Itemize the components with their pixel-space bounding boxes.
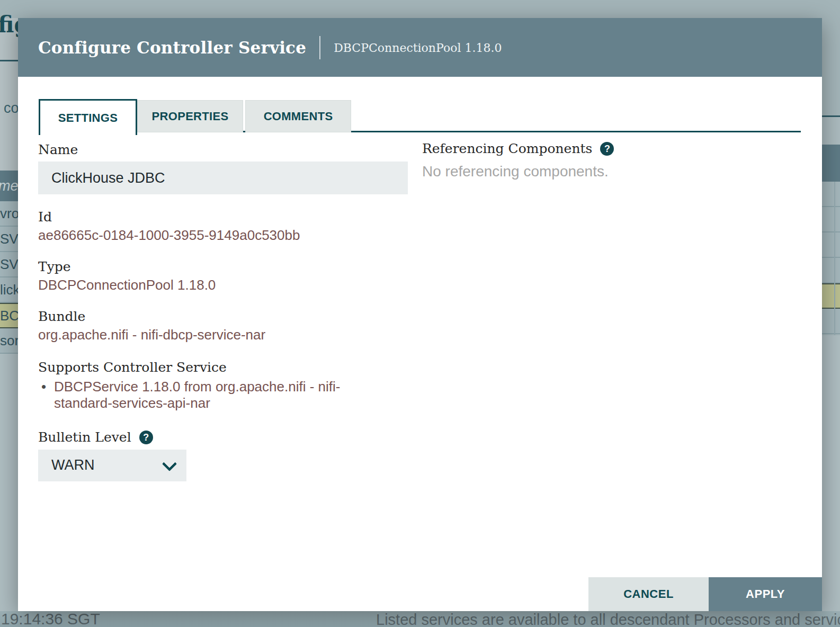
type-label: Type: [38, 259, 408, 275]
table-row: SVF: [0, 227, 18, 252]
background-table-rows: vro SVF SVF lick BCI son: [0, 201, 18, 354]
bundle-label: Bundle: [38, 309, 408, 325]
bundle-value: org.apache.nifi - nifi-dbcp-service-nar: [38, 326, 408, 344]
background-divider-left: [0, 60, 18, 61]
title-divider: [319, 36, 320, 59]
background-column-divider: [834, 182, 835, 335]
bulletin-level-label: Bulletin Level: [38, 429, 131, 445]
tab-properties[interactable]: PROPERTIES: [137, 100, 243, 132]
tab-settings[interactable]: SETTINGS: [39, 99, 137, 135]
settings-left-column: Name Id ae86665c-0184-1000-3955-9149a0c5…: [38, 133, 408, 481]
supports-controller-service-label: Supports Controller Service: [38, 360, 408, 375]
tab-comments[interactable]: COMMENTS: [245, 100, 351, 132]
status-note: Listed services are available to all des…: [376, 611, 840, 627]
background-table-header-label: me: [0, 178, 19, 194]
supported-service-item: DBCPService 1.18.0 from org.apache.nifi …: [38, 379, 398, 411]
configure-controller-service-dialog: Configure Controller Service DBCPConnect…: [18, 18, 822, 611]
background-panel-left: [0, 18, 18, 171]
supports-controller-service-list: DBCPService 1.18.0 from org.apache.nifi …: [38, 379, 398, 411]
chevron-down-icon: [162, 456, 177, 471]
help-icon[interactable]: ?: [139, 431, 153, 444]
referencing-components-empty-text: No referencing components.: [422, 163, 793, 180]
dialog-actions: CANCEL APPLY: [588, 577, 822, 611]
background-table-rows-right: [822, 182, 840, 334]
screen: fig co me vro SVF SVF lick BCI son: [0, 0, 840, 627]
table-row: vro: [0, 201, 18, 227]
id-label: Id: [38, 209, 408, 225]
referencing-components-row: Referencing Components ?: [422, 141, 793, 157]
bulletin-level-select[interactable]: WARN: [38, 450, 186, 481]
dialog-subtitle: DBCPConnectionPool 1.18.0: [334, 41, 502, 55]
bulletin-level-row: Bulletin Level ?: [38, 429, 408, 445]
type-value: DBCPConnectionPool 1.18.0: [38, 276, 408, 294]
clock-text: 19:14:36 SGT: [1, 610, 100, 627]
id-value: ae86665c-0184-1000-3955-9149a0c530bb: [38, 227, 408, 244]
background-table-header: me: [0, 171, 18, 201]
dialog-header: Configure Controller Service DBCPConnect…: [18, 18, 822, 77]
cancel-button[interactable]: CANCEL: [588, 577, 709, 611]
table-row: lick: [0, 277, 18, 303]
name-input[interactable]: [38, 162, 408, 194]
name-label: Name: [38, 142, 408, 158]
background-partial-tab: co: [4, 100, 19, 117]
bulletin-level-value: WARN: [51, 457, 95, 473]
help-icon[interactable]: ?: [600, 142, 614, 156]
background-panel-right: [822, 18, 840, 611]
background-status-bar: 19:14:36 SGT Listed services are availab…: [0, 611, 840, 627]
tab-bar: SETTINGS PROPERTIES COMMENTS: [39, 99, 801, 133]
apply-button[interactable]: APPLY: [709, 577, 822, 611]
referencing-components-section: Referencing Components ? No referencing …: [422, 133, 793, 180]
table-row-selected: BCI: [0, 303, 18, 328]
background-panel-left-lower: [0, 354, 18, 611]
table-row: son: [0, 328, 18, 354]
table-row: SVF: [0, 252, 18, 277]
referencing-components-label: Referencing Components: [422, 141, 592, 157]
dialog-title: Configure Controller Service: [38, 38, 306, 57]
background-table-header-right: [822, 145, 840, 182]
